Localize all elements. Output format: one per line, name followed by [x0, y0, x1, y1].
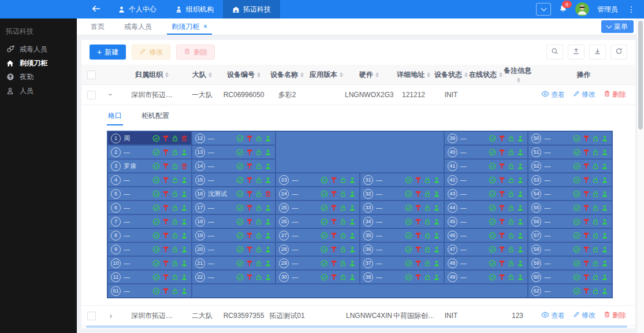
lock-icon[interactable]: [508, 218, 515, 225]
person-icon[interactable]: [265, 273, 271, 281]
col-header-org[interactable]: 归属组织: [121, 65, 183, 85]
view-action[interactable]: 查看: [541, 311, 565, 321]
check-icon[interactable]: [152, 232, 160, 239]
check-icon[interactable]: [573, 232, 580, 239]
locker-cell[interactable]: 7—: [108, 215, 191, 228]
check-icon[interactable]: [405, 273, 412, 281]
razor-icon[interactable]: [330, 190, 337, 198]
check-icon[interactable]: [236, 176, 244, 184]
lock-icon[interactable]: [424, 260, 431, 267]
person-icon[interactable]: [181, 149, 188, 156]
new-button[interactable]: + 新建: [90, 45, 126, 60]
locker-cell[interactable]: 32—: [360, 187, 444, 200]
locker-cell[interactable]: 28—: [276, 243, 359, 256]
razor-icon[interactable]: [162, 273, 169, 281]
check-icon[interactable]: [321, 190, 328, 198]
person-icon[interactable]: [433, 260, 440, 267]
locker-cell[interactable]: 21—: [192, 257, 276, 269]
trash-icon[interactable]: [265, 190, 271, 198]
tab-cabinet-config[interactable]: 柜机配置: [140, 108, 170, 125]
check-icon[interactable]: [152, 162, 160, 170]
lock-icon[interactable]: [508, 190, 515, 198]
person-icon[interactable]: [517, 204, 524, 212]
person-icon[interactable]: [433, 232, 440, 239]
locker-cell[interactable]: 36—: [360, 243, 444, 256]
person-icon[interactable]: [601, 204, 608, 212]
lock-icon[interactable]: [340, 190, 347, 198]
sort-icon[interactable]: [340, 72, 343, 77]
person-icon[interactable]: [601, 176, 608, 184]
col-header-device-status[interactable]: 设备状态: [434, 65, 468, 85]
person-icon[interactable]: [433, 246, 440, 253]
lock-icon[interactable]: [255, 190, 262, 198]
lock-icon[interactable]: [255, 176, 262, 184]
razor-icon[interactable]: [162, 135, 169, 142]
razor-icon[interactable]: [415, 232, 422, 239]
razor-icon[interactable]: [415, 204, 422, 212]
razor-icon[interactable]: [246, 162, 253, 170]
check-icon[interactable]: [152, 204, 160, 212]
check-icon[interactable]: [236, 135, 244, 142]
razor-icon[interactable]: [246, 260, 253, 267]
person-icon[interactable]: [349, 176, 356, 184]
locker-cell[interactable]: 27—: [276, 229, 359, 242]
lock-icon[interactable]: [508, 162, 515, 170]
edit-button[interactable]: 修改: [132, 45, 170, 60]
person-icon[interactable]: [349, 232, 356, 239]
check-icon[interactable]: [152, 190, 160, 198]
person-icon[interactable]: [265, 246, 271, 253]
lock-icon[interactable]: [592, 232, 599, 239]
person-icon[interactable]: [601, 162, 608, 170]
check-icon[interactable]: [405, 176, 412, 184]
check-icon[interactable]: [573, 204, 580, 212]
lock-icon[interactable]: [255, 204, 262, 212]
search-button[interactable]: [546, 45, 563, 60]
locker-cell[interactable]: 43—: [445, 187, 528, 200]
view-action[interactable]: 查看: [541, 90, 565, 100]
check-icon[interactable]: [573, 176, 580, 184]
razor-icon[interactable]: [246, 246, 253, 253]
locker-cell[interactable]: 37—: [360, 257, 444, 269]
person-icon[interactable]: [265, 204, 271, 212]
person-icon[interactable]: [181, 176, 188, 184]
check-icon[interactable]: [321, 232, 328, 239]
person-icon[interactable]: [181, 218, 188, 225]
locker-cell[interactable]: 10—: [108, 257, 191, 269]
razor-icon[interactable]: [162, 190, 169, 198]
locker-cell[interactable]: 58—: [528, 243, 612, 256]
check-icon[interactable]: [489, 204, 496, 212]
locker-cell[interactable]: 22—: [192, 271, 276, 283]
locker-cell[interactable]: 34—: [360, 215, 444, 228]
lock-icon[interactable]: [592, 162, 599, 170]
razor-icon[interactable]: [583, 135, 590, 142]
lock-icon[interactable]: [340, 204, 347, 212]
locker-cell[interactable]: 31—: [360, 173, 444, 186]
check-icon[interactable]: [405, 190, 412, 198]
select-all-checkbox[interactable]: [87, 71, 96, 79]
lock-icon[interactable]: [255, 273, 262, 281]
lock-icon[interactable]: [172, 204, 178, 212]
razor-icon[interactable]: [498, 246, 505, 253]
lock-icon[interactable]: [592, 176, 599, 184]
locker-cell[interactable]: 42—: [445, 173, 528, 186]
check-icon[interactable]: [152, 176, 160, 184]
lock-icon[interactable]: [172, 190, 178, 198]
person-icon[interactable]: [601, 149, 608, 156]
lock-icon[interactable]: [340, 176, 347, 184]
delete-action[interactable]: 删除: [604, 310, 626, 320]
person-icon[interactable]: [349, 204, 356, 212]
person-icon[interactable]: [517, 176, 524, 184]
person-icon[interactable]: [265, 135, 271, 142]
locker-cell[interactable]: 53—: [528, 173, 612, 186]
sidebar-item-razor-cabinet[interactable]: 剃须刀柜: [0, 56, 77, 70]
razor-icon[interactable]: [498, 190, 505, 198]
razor-icon[interactable]: [162, 218, 169, 225]
delete-button[interactable]: 删除: [176, 45, 215, 60]
person-icon[interactable]: [265, 176, 271, 184]
locker-cell[interactable]: 19—: [192, 229, 276, 242]
check-icon[interactable]: [236, 162, 244, 170]
razor-icon[interactable]: [330, 176, 337, 184]
person-icon[interactable]: [601, 273, 608, 281]
sidebar-item-jiedu-renyuan[interactable]: 戒毒人员: [0, 42, 77, 56]
col-header-online-status[interactable]: 在线状态: [468, 65, 503, 85]
